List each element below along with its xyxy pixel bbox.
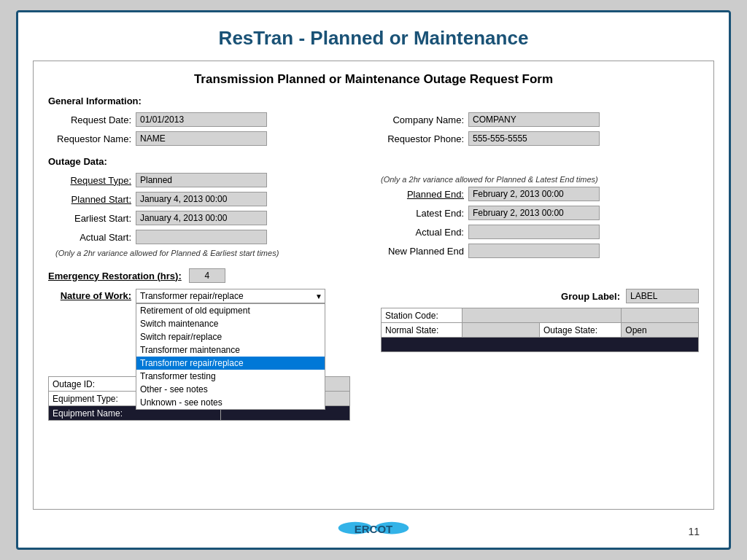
group-label-field: Group Label: bbox=[561, 291, 620, 302]
dropdown-item-transformer-repair[interactable]: Transformer repair/replace bbox=[136, 357, 325, 370]
nature-select-display[interactable]: Transformer repair/replace bbox=[136, 289, 325, 303]
station-code-row: Station Code: bbox=[382, 308, 699, 323]
station-code-label: Station Code: bbox=[382, 308, 462, 323]
nature-group-row: Nature of Work: Transformer repair/repla… bbox=[48, 289, 699, 421]
form-title: Transmission Planned or Maintenance Outa… bbox=[48, 72, 699, 87]
equipment-name-right-row bbox=[382, 338, 699, 352]
emergency-input[interactable]: 4 bbox=[189, 268, 225, 283]
general-info-label: General Information: bbox=[48, 96, 699, 106]
actual-start-row: Actual Start: bbox=[48, 230, 366, 244]
requestor-phone-label: Requestor Phone: bbox=[381, 133, 468, 144]
end-note: (Only a 2hr variance allowed for Planned… bbox=[381, 175, 699, 184]
latest-end-label: Latest End: bbox=[381, 208, 468, 219]
actual-start-input[interactable] bbox=[136, 230, 267, 244]
dropdown-item-switch-repair[interactable]: Switch repair/replace bbox=[136, 330, 325, 343]
requestor-name-label: Requestor Name: bbox=[48, 133, 136, 144]
dropdown-item-switch-maint[interactable]: Switch maintenance bbox=[136, 317, 325, 330]
planned-end-row: Planned End: February 2, 2013 00:00 bbox=[381, 187, 699, 201]
emergency-label: Emergency Restoration (hrs): bbox=[48, 271, 182, 281]
normal-outage-row: Normal State: Outage State: Open bbox=[382, 323, 699, 338]
general-info-right: Company Name: COMPANY Requestor Phone: 5… bbox=[381, 112, 699, 150]
new-planned-end-row: New Planned End bbox=[381, 244, 699, 258]
new-planned-end-label: New Planned End bbox=[381, 246, 468, 257]
request-date-input[interactable]: 01/01/2013 bbox=[136, 112, 267, 127]
dropdown-item-other[interactable]: Other - see notes bbox=[136, 383, 325, 396]
page-number: 11 bbox=[688, 526, 700, 537]
emergency-row: Emergency Restoration (hrs): 4 bbox=[48, 268, 699, 283]
station-code-value[interactable] bbox=[462, 308, 622, 323]
normal-state-label: Normal State: bbox=[382, 323, 462, 338]
nature-select-wrapper[interactable]: Transformer repair/replace Retirement of… bbox=[136, 289, 325, 303]
request-type-label: Request Type: bbox=[48, 175, 136, 186]
ercot-logo: ERCOT bbox=[337, 516, 410, 537]
station-code-extra[interactable] bbox=[622, 308, 699, 323]
planned-end-label: Planned End: bbox=[381, 189, 468, 200]
nature-of-work-row: Nature of Work: Transformer repair/repla… bbox=[48, 289, 366, 303]
actual-end-label: Actual End: bbox=[381, 227, 468, 238]
outage-data-label: Outage Data: bbox=[48, 156, 699, 167]
equipment-name-right[interactable] bbox=[382, 338, 699, 352]
nature-dropdown-list: Retirement of old equipment Switch maint… bbox=[136, 303, 325, 410]
planned-start-row: Planned Start: January 4, 2013 00:00 bbox=[48, 192, 366, 206]
general-info-row: Request Date: 01/01/2013 Requestor Name:… bbox=[48, 112, 699, 150]
start-note: (Only a 2hr variance allowed for Planned… bbox=[55, 249, 366, 257]
group-right: Group Label: LABEL Station Code: Normal … bbox=[381, 289, 699, 352]
slide-title: ResTran - Planned or Maintenance bbox=[33, 20, 714, 61]
request-date-row: Request Date: 01/01/2013 bbox=[48, 112, 366, 127]
requestor-name-input[interactable]: NAME bbox=[136, 131, 267, 146]
company-name-row: Company Name: COMPANY bbox=[381, 112, 699, 127]
dropdown-item-retirement[interactable]: Retirement of old equipment bbox=[136, 304, 325, 317]
dropdown-item-unknown[interactable]: Unknown - see notes bbox=[136, 396, 325, 409]
nature-of-work-label: Nature of Work: bbox=[48, 289, 136, 301]
latest-end-input[interactable]: February 2, 2013 00:00 bbox=[468, 206, 600, 220]
request-date-label: Request Date: bbox=[48, 114, 136, 125]
normal-state-value[interactable] bbox=[462, 323, 540, 338]
actual-start-label: Actual Start: bbox=[48, 232, 136, 243]
form-container: Transmission Planned or Maintenance Outa… bbox=[33, 61, 714, 510]
planned-start-label: Planned Start: bbox=[48, 194, 136, 205]
earliest-start-row: Earliest Start: January 4, 2013 00:00 bbox=[48, 211, 366, 225]
outage-data-cols: Request Type: Planned Planned Start: Jan… bbox=[48, 173, 699, 262]
outage-left: Request Type: Planned Planned Start: Jan… bbox=[48, 173, 366, 262]
svg-text:ERCOT: ERCOT bbox=[355, 523, 393, 535]
ercot-wings-icon: ERCOT bbox=[337, 516, 410, 537]
slide-container: ResTran - Planned or Maintenance Transmi… bbox=[16, 10, 731, 550]
earliest-start-input[interactable]: January 4, 2013 00:00 bbox=[136, 211, 267, 225]
actual-end-row: Actual End: bbox=[381, 225, 699, 239]
station-table: Station Code: Normal State: Outage State… bbox=[381, 308, 699, 352]
requestor-name-row: Requestor Name: NAME bbox=[48, 131, 366, 146]
dropdown-item-transformer-test[interactable]: Transformer testing bbox=[136, 370, 325, 383]
requestor-phone-row: Requestor Phone: 555-555-5555 bbox=[381, 131, 699, 146]
group-label-input[interactable]: LABEL bbox=[626, 289, 699, 303]
company-name-input[interactable]: COMPANY bbox=[468, 112, 600, 127]
general-info-left: Request Date: 01/01/2013 Requestor Name:… bbox=[48, 112, 366, 150]
company-name-label: Company Name: bbox=[381, 114, 468, 125]
planned-start-input[interactable]: January 4, 2013 00:00 bbox=[136, 192, 267, 206]
new-planned-end-input[interactable] bbox=[468, 244, 600, 258]
outage-state-label: Outage State: bbox=[540, 323, 622, 338]
outage-state-value[interactable]: Open bbox=[622, 323, 699, 338]
earliest-start-label: Earliest Start: bbox=[48, 213, 136, 224]
request-type-row: Request Type: Planned bbox=[48, 173, 366, 187]
nature-left: Nature of Work: Transformer repair/repla… bbox=[48, 289, 366, 421]
requestor-phone-input[interactable]: 555-555-5555 bbox=[468, 131, 600, 146]
planned-end-input[interactable]: February 2, 2013 00:00 bbox=[468, 187, 600, 201]
group-label-row: Group Label: LABEL bbox=[381, 289, 699, 303]
latest-end-row: Latest End: February 2, 2013 00:00 bbox=[381, 206, 699, 220]
outage-right: (Only a 2hr variance allowed for Planned… bbox=[381, 173, 699, 262]
footer: ERCOT 11 bbox=[33, 510, 714, 540]
actual-end-input[interactable] bbox=[468, 225, 600, 239]
request-type-input[interactable]: Planned bbox=[136, 173, 267, 187]
dropdown-item-transformer-maint[interactable]: Transformer maintenance bbox=[136, 343, 325, 357]
